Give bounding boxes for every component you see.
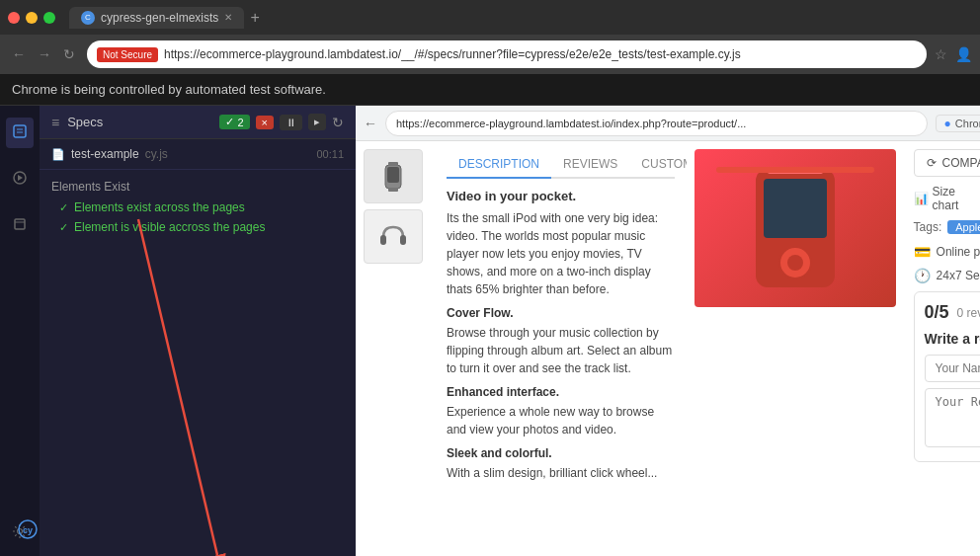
desc-para-1: Its the small iPod with one very big ide… (447, 209, 675, 298)
specs-header: ≡ Specs ✓ 2 × ⏸ ▸ ↻ (40, 106, 356, 139)
sidebar-icon-rail: cy (0, 106, 40, 556)
check-icon-2: ✓ (59, 221, 68, 234)
maximize-button[interactable] (43, 12, 55, 24)
tab-title: cypress-gen-elmexists (101, 11, 218, 25)
svg-rect-10 (387, 167, 399, 183)
main-product-image (694, 149, 896, 307)
address-actions: ☆ 👤 (935, 46, 972, 62)
preview-back-button[interactable]: ← (364, 116, 377, 131)
svg-point-18 (787, 255, 803, 271)
tag-apple[interactable]: Apple (947, 220, 980, 234)
compare-label: COMPARE THIS PRODUCT (942, 156, 980, 170)
test-section: Elements Exist ✓ Elements exist across t… (40, 170, 356, 243)
svg-rect-11 (388, 162, 398, 166)
specs-controls: ✓ 2 × ⏸ ▸ ↻ (219, 114, 344, 130)
profile-icon[interactable]: 👤 (955, 46, 972, 62)
section-title: Elements Exist (51, 176, 344, 198)
description-area: DESCRIPTION REVIEWS CUSTOM Video in your… (435, 141, 687, 556)
sidebar-item-runs[interactable] (6, 164, 34, 195)
address-bar-row: ← → ↻ Not Secure https://ecommerce-playg… (0, 35, 980, 74)
product-thumb-watch[interactable] (364, 149, 423, 203)
desc-heading-2: Cover Flow. (447, 306, 675, 320)
size-chart-link[interactable]: 📊 Size chart (914, 185, 980, 212)
stop-button[interactable]: ▸ (308, 114, 326, 130)
tab-bar: C cypress-gen-elmexists ✕ + (69, 7, 260, 29)
tab-description[interactable]: DESCRIPTION (447, 151, 551, 179)
preview-url-bar[interactable]: https://ecommerce-playground.lambdatest.… (385, 111, 928, 136)
svg-rect-13 (380, 235, 386, 245)
24x7-label: 24x7 Service (937, 269, 980, 282)
desc-heading-1: Video in your pocket. (447, 189, 675, 203)
product-images-column (356, 141, 435, 556)
browser-chrome: C cypress-gen-elmexists ✕ + (0, 0, 980, 35)
sidebar-item-specs[interactable] (6, 118, 34, 148)
bookmark-icon[interactable]: ☆ (935, 46, 947, 62)
preview-content: DESCRIPTION REVIEWS CUSTOM Video in your… (356, 141, 980, 556)
sidebar-item-cypress-logo[interactable]: cy (12, 514, 43, 548)
online-payment-label: Online payment (937, 245, 980, 259)
test-item-1[interactable]: ✓ Elements exist across the pages (51, 198, 344, 217)
review-text-input[interactable] (925, 388, 980, 447)
compare-product-button[interactable]: ⟳ COMPARE THIS PRODUCT (914, 149, 980, 177)
not-secure-badge: Not Secure (97, 47, 158, 62)
tab-reviews[interactable]: REVIEWS (551, 151, 629, 177)
tags-row: Tags: Apple ipod (914, 220, 980, 234)
online-payment-service: 💳 Online payment (914, 244, 980, 260)
main-area: cy ≡ Specs ✓ 2 × (0, 106, 980, 556)
rating-count: 0 reviews (957, 306, 980, 320)
file-name: test-example (71, 147, 139, 161)
desc-para-4: With a slim design, brilliant click whee… (447, 464, 675, 482)
svg-rect-12 (388, 188, 398, 192)
compare-icon: ⟳ (927, 156, 937, 170)
size-chart-icon: 📊 (914, 192, 929, 205)
tab-custom[interactable]: CUSTOM (629, 151, 686, 177)
24x7-icon: 🕐 (914, 268, 931, 283)
test-item-2[interactable]: ✓ Element is visible accross the pages (51, 217, 344, 237)
main-product-image-area (687, 141, 904, 556)
tags-label: Tags: (914, 220, 942, 234)
desc-heading-3: Enhanced interface. (447, 385, 675, 399)
svg-rect-0 (14, 125, 26, 137)
new-tab-button[interactable]: + (250, 9, 259, 27)
fail-badge: × (256, 116, 274, 129)
close-button[interactable] (8, 12, 20, 24)
preview-url-text: https://ecommerce-playground.lambdatest.… (396, 118, 746, 129)
pass-badge: ✓ 2 (219, 115, 249, 129)
back-button[interactable]: ← (8, 44, 30, 64)
address-bar[interactable]: Not Secure https://ecommerce-playground.… (87, 40, 927, 68)
sidebar-item-debug[interactable] (6, 210, 34, 241)
browser-tab[interactable]: C cypress-gen-elmexists ✕ (69, 7, 244, 29)
preview-addressbar: ← https://ecommerce-playground.lambdates… (356, 106, 980, 141)
browser-preview: ← https://ecommerce-playground.lambdates… (356, 106, 980, 556)
product-links: 📊 Size chart 🗔 Popup ❓ Ask Question (914, 185, 980, 212)
specs-title: Specs (67, 115, 103, 129)
product-thumb-headphones[interactable] (364, 209, 423, 264)
24x7-service: 🕐 24x7 Service (914, 268, 980, 283)
tab-nav: DESCRIPTION REVIEWS CUSTOM (447, 151, 675, 179)
forward-button[interactable]: → (34, 44, 55, 64)
browser-label: Chrome 121 (955, 118, 980, 129)
review-name-input[interactable] (925, 355, 980, 382)
refresh-button[interactable]: ↻ (332, 115, 344, 130)
tab-favicon: C (81, 11, 95, 25)
rating-header: 0/5 0 reviews ★★★★★ (925, 302, 980, 323)
test-item-1-label: Elements exist across the pages (74, 200, 245, 214)
product-info-panel: ⟳ COMPARE THIS PRODUCT 📊 Size chart 🗔 Po… (904, 141, 980, 556)
service-icons: 💳 Online payment ↩ Easy Return (914, 244, 980, 260)
minimize-button[interactable] (26, 12, 38, 24)
url-display: https://ecommerce-playground.lambdatest.… (164, 47, 917, 61)
file-time: 00:11 (316, 148, 344, 160)
desc-para-3: Experience a whole new way to browse and… (447, 403, 675, 438)
cypress-sidebar: cy ≡ Specs ✓ 2 × (0, 106, 356, 556)
svg-rect-4 (15, 219, 25, 229)
reload-button[interactable]: ↻ (59, 44, 79, 64)
write-review-heading: Write a review (925, 331, 980, 347)
window-controls (8, 12, 55, 24)
svg-rect-16 (764, 179, 827, 238)
test-file-row[interactable]: 📄 test-example cy.js 00:11 (40, 139, 356, 170)
pause-button[interactable]: ⏸ (280, 115, 302, 130)
file-ext: cy.js (145, 147, 168, 161)
automated-banner-text: Chrome is being controlled by automated … (12, 82, 326, 97)
tab-close-icon[interactable]: ✕ (224, 12, 232, 23)
nav-buttons: ← → ↻ (8, 44, 79, 64)
